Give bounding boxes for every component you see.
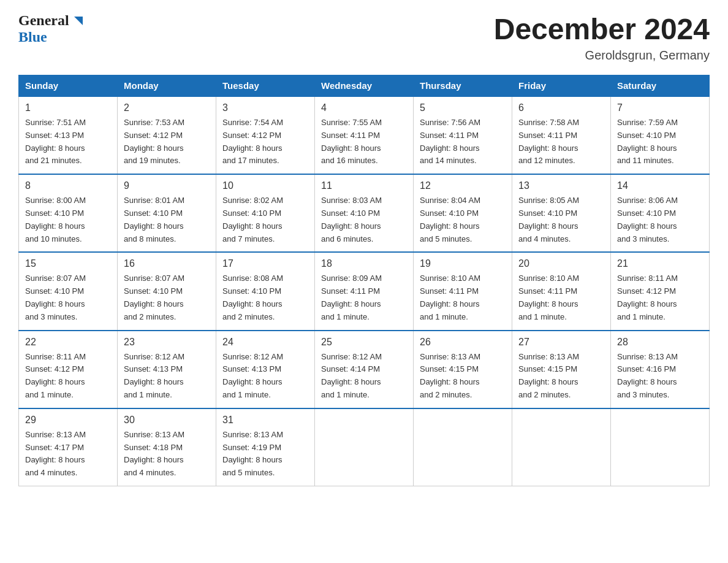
day-info: Sunrise: 7:58 AMSunset: 4:11 PMDaylight:… [518,118,579,165]
day-info: Sunrise: 7:51 AMSunset: 4:13 PMDaylight:… [25,118,86,165]
col-saturday: Saturday [611,75,710,97]
day-info: Sunrise: 8:11 AMSunset: 4:12 PMDaylight:… [617,274,678,321]
calendar-week-row: 22 Sunrise: 8:11 AMSunset: 4:12 PMDaylig… [19,331,710,408]
calendar-cell [512,408,611,486]
calendar-header-row: Sunday Monday Tuesday Wednesday Thursday… [19,75,710,97]
calendar-cell: 21 Sunrise: 8:11 AMSunset: 4:12 PMDaylig… [611,252,710,330]
col-wednesday: Wednesday [315,75,414,97]
day-number: 31 [222,413,308,427]
day-number: 10 [222,178,308,193]
day-info: Sunrise: 8:02 AMSunset: 4:10 PMDaylight:… [222,196,283,243]
calendar-cell: 6 Sunrise: 7:58 AMSunset: 4:11 PMDayligh… [512,96,611,174]
page-header: General Blue December 2024 Geroldsgrun, … [18,12,710,63]
day-info: Sunrise: 8:13 AMSunset: 4:18 PMDaylight:… [124,430,184,477]
calendar-cell: 9 Sunrise: 8:01 AMSunset: 4:10 PMDayligh… [118,174,216,252]
calendar-table: Sunday Monday Tuesday Wednesday Thursday… [18,75,710,486]
col-monday: Monday [118,75,216,97]
day-number: 21 [617,256,703,271]
day-info: Sunrise: 8:11 AMSunset: 4:12 PMDaylight:… [25,352,86,399]
calendar-cell: 15 Sunrise: 8:07 AMSunset: 4:10 PMDaylig… [19,252,118,330]
day-info: Sunrise: 8:01 AMSunset: 4:10 PMDaylight:… [124,196,184,243]
calendar-cell [315,408,414,486]
calendar-cell: 7 Sunrise: 7:59 AMSunset: 4:10 PMDayligh… [611,96,710,174]
day-number: 11 [321,178,407,193]
calendar-cell: 23 Sunrise: 8:12 AMSunset: 4:13 PMDaylig… [118,331,216,408]
day-info: Sunrise: 7:59 AMSunset: 4:10 PMDaylight:… [617,118,678,165]
calendar-cell: 28 Sunrise: 8:13 AMSunset: 4:16 PMDaylig… [611,331,710,408]
day-info: Sunrise: 8:12 AMSunset: 4:14 PMDaylight:… [321,352,382,399]
day-number: 27 [518,335,604,350]
calendar-cell: 22 Sunrise: 8:11 AMSunset: 4:12 PMDaylig… [19,331,118,408]
day-number: 23 [124,335,210,350]
day-info: Sunrise: 8:04 AMSunset: 4:10 PMDaylight:… [420,196,480,243]
logo-triangle-icon [70,14,84,28]
calendar-cell: 24 Sunrise: 8:12 AMSunset: 4:13 PMDaylig… [216,331,315,408]
day-info: Sunrise: 8:13 AMSunset: 4:19 PMDaylight:… [222,430,283,477]
day-number: 28 [617,335,703,350]
day-info: Sunrise: 8:06 AMSunset: 4:10 PMDaylight:… [617,196,678,243]
logo-area: General Blue [18,12,84,45]
day-number: 1 [25,101,111,115]
day-number: 3 [222,101,308,115]
day-info: Sunrise: 7:56 AMSunset: 4:11 PMDaylight:… [420,118,480,165]
calendar-cell: 29 Sunrise: 8:13 AMSunset: 4:17 PMDaylig… [19,408,118,486]
month-title: December 2024 [494,12,710,46]
calendar-cell: 2 Sunrise: 7:53 AMSunset: 4:12 PMDayligh… [118,96,216,174]
day-number: 19 [420,256,506,271]
day-info: Sunrise: 7:53 AMSunset: 4:12 PMDaylight:… [124,118,184,165]
day-info: Sunrise: 8:10 AMSunset: 4:11 PMDaylight:… [518,274,579,321]
day-number: 2 [124,101,210,115]
day-number: 26 [420,335,506,350]
calendar-week-row: 8 Sunrise: 8:00 AMSunset: 4:10 PMDayligh… [19,174,710,252]
day-info: Sunrise: 8:13 AMSunset: 4:16 PMDaylight:… [617,352,678,399]
day-info: Sunrise: 8:07 AMSunset: 4:10 PMDaylight:… [124,274,184,321]
calendar-cell: 16 Sunrise: 8:07 AMSunset: 4:10 PMDaylig… [118,252,216,330]
day-info: Sunrise: 8:09 AMSunset: 4:11 PMDaylight:… [321,274,382,321]
calendar-cell: 25 Sunrise: 8:12 AMSunset: 4:14 PMDaylig… [315,331,414,408]
day-number: 13 [518,178,604,193]
day-number: 5 [420,101,506,115]
calendar-cell: 26 Sunrise: 8:13 AMSunset: 4:15 PMDaylig… [414,331,512,408]
day-number: 7 [617,101,703,115]
calendar-cell: 13 Sunrise: 8:05 AMSunset: 4:10 PMDaylig… [512,174,611,252]
calendar-cell: 20 Sunrise: 8:10 AMSunset: 4:11 PMDaylig… [512,252,611,330]
day-number: 24 [222,335,308,350]
calendar-cell: 11 Sunrise: 8:03 AMSunset: 4:10 PMDaylig… [315,174,414,252]
calendar-cell: 1 Sunrise: 7:51 AMSunset: 4:13 PMDayligh… [19,96,118,174]
day-number: 18 [321,256,407,271]
day-number: 12 [420,178,506,193]
calendar-cell: 4 Sunrise: 7:55 AMSunset: 4:11 PMDayligh… [315,96,414,174]
day-number: 16 [124,256,210,271]
calendar-week-row: 15 Sunrise: 8:07 AMSunset: 4:10 PMDaylig… [19,252,710,330]
day-info: Sunrise: 8:05 AMSunset: 4:10 PMDaylight:… [518,196,579,243]
calendar-cell: 18 Sunrise: 8:09 AMSunset: 4:11 PMDaylig… [315,252,414,330]
day-number: 30 [124,413,210,427]
calendar-cell: 3 Sunrise: 7:54 AMSunset: 4:12 PMDayligh… [216,96,315,174]
day-number: 6 [518,101,604,115]
col-friday: Friday [512,75,611,97]
day-info: Sunrise: 8:00 AMSunset: 4:10 PMDaylight:… [25,196,86,243]
calendar-cell: 19 Sunrise: 8:10 AMSunset: 4:11 PMDaylig… [414,252,512,330]
col-tuesday: Tuesday [216,75,315,97]
day-info: Sunrise: 8:10 AMSunset: 4:11 PMDaylight:… [420,274,480,321]
day-number: 8 [25,178,111,193]
logo-blue-text: Blue [18,29,47,45]
day-number: 15 [25,256,111,271]
logo-general-text: General [18,12,69,29]
day-info: Sunrise: 8:12 AMSunset: 4:13 PMDaylight:… [124,352,184,399]
svg-marker-0 [74,17,83,25]
day-info: Sunrise: 8:12 AMSunset: 4:13 PMDaylight:… [222,352,283,399]
day-number: 9 [124,178,210,193]
day-number: 25 [321,335,407,350]
day-info: Sunrise: 8:07 AMSunset: 4:10 PMDaylight:… [25,274,86,321]
calendar-cell: 10 Sunrise: 8:02 AMSunset: 4:10 PMDaylig… [216,174,315,252]
calendar-week-row: 29 Sunrise: 8:13 AMSunset: 4:17 PMDaylig… [19,408,710,486]
col-sunday: Sunday [19,75,118,97]
day-info: Sunrise: 7:54 AMSunset: 4:12 PMDaylight:… [222,118,283,165]
day-number: 14 [617,178,703,193]
calendar-cell [414,408,512,486]
location-subtitle: Geroldsgrun, Germany [494,48,710,63]
day-number: 20 [518,256,604,271]
day-number: 4 [321,101,407,115]
col-thursday: Thursday [414,75,512,97]
